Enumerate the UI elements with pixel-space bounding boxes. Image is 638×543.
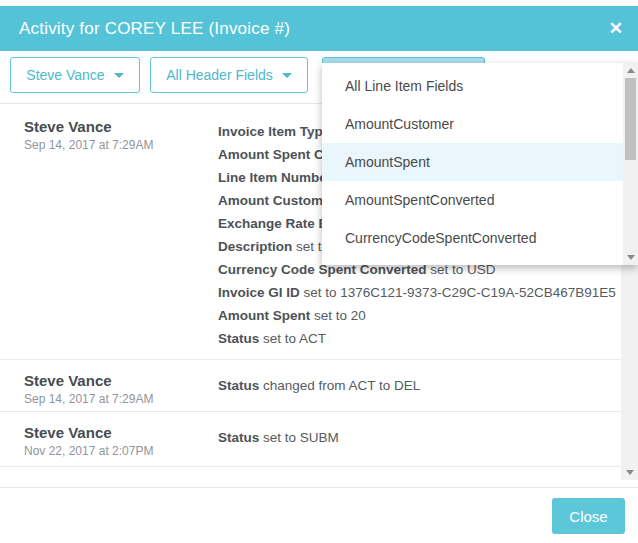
activity-entry: Steve Vance Sep 14, 2017 at 7:29AM Statu… [0,360,638,412]
activity-timestamp: Nov 22, 2017 at 2:07PM [24,444,218,458]
scrollbar-thumb[interactable] [625,78,636,160]
modal-header: Activity for COREY LEE (Invoice #) ✕ [0,6,638,51]
menu-item-amountspent[interactable]: AmountSpent [322,143,638,181]
line-item-fields-menu: All Line Item Fields AmountCustomer Amou… [322,63,638,265]
user-filter-dropdown[interactable]: Steve Vance [10,57,140,93]
modal-title: Activity for COREY LEE (Invoice #) [19,19,290,39]
modal-footer: Close [0,487,638,543]
menu-item-amountspentconverted[interactable]: AmountSpentConverted [322,181,638,219]
activity-timestamp: Sep 14, 2017 at 7:29AM [24,138,218,152]
menu-scrollbar[interactable] [623,63,638,265]
caret-down-icon [114,73,124,78]
scroll-down-icon[interactable] [621,465,638,480]
change-line: Status set to SUBM [218,426,638,449]
change-line: Status changed from ACT to DEL [218,374,638,397]
activity-user: Steve Vance [24,372,218,389]
change-line: Invoice GI ID set to 1376C121-9373-C29C-… [218,281,638,304]
caret-down-icon [282,73,292,78]
activity-entry: Steve Vance Nov 22, 2017 at 2:07PM Statu… [0,412,638,467]
change-line: Status set to ACT [218,327,638,350]
activity-modal: Activity for COREY LEE (Invoice #) ✕ Ste… [0,0,638,543]
menu-item-amountcustomer[interactable]: AmountCustomer [322,105,638,143]
menu-item-currencycodespentconverted[interactable]: CurrencyCodeSpentConverted [322,219,638,257]
change-line: Amount Spent set to 20 [218,304,638,327]
close-icon[interactable]: ✕ [609,6,623,51]
scroll-down-icon[interactable] [623,250,638,265]
header-fields-dropdown[interactable]: All Header Fields [150,57,308,93]
close-button[interactable]: Close [552,498,625,534]
activity-timestamp: Sep 14, 2017 at 7:29AM [24,392,218,406]
menu-item-all-line-item-fields[interactable]: All Line Item Fields [322,67,638,105]
header-fields-label: All Header Fields [166,67,273,83]
user-filter-label: Steve Vance [26,67,104,83]
scroll-up-icon[interactable] [623,63,638,78]
activity-user: Steve Vance [24,118,218,135]
activity-user: Steve Vance [24,424,218,441]
